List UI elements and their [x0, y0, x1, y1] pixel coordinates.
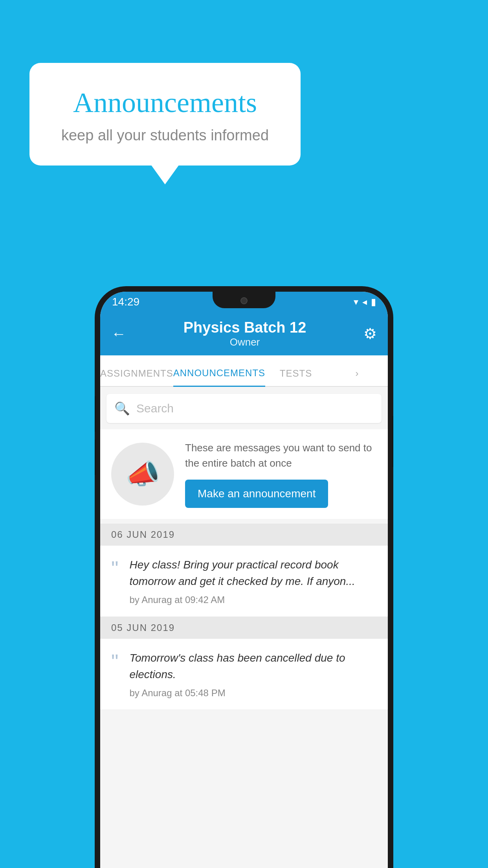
announcement-message-1: Hey class! Bring your practical record b… — [129, 557, 377, 590]
phone-notch — [213, 292, 275, 308]
camera-dot — [240, 297, 248, 304]
announcement-text-1: Hey class! Bring your practical record b… — [129, 557, 377, 605]
announcement-message-2: Tomorrow's class has been cancelled due … — [129, 650, 377, 683]
wifi-icon: ▾ — [354, 296, 358, 307]
signal-icon: ◂ — [362, 296, 367, 307]
batch-title: Physics Batch 12 — [183, 319, 306, 336]
quote-icon-1: " — [111, 558, 118, 579]
tab-tests[interactable]: TESTS — [265, 368, 327, 386]
announcement-text-2: Tomorrow's class has been cancelled due … — [129, 650, 377, 699]
status-time: 14:29 — [112, 296, 139, 308]
announcement-by-1: by Anurag at 09:42 AM — [129, 594, 377, 605]
volume-up-button — [95, 396, 95, 432]
date-section-2: 05 JUN 2019 — [100, 617, 388, 639]
phone-frame: 14:29 ▾ ◂ ▮ ← Physics Batch 12 Owner ⚙ A… — [95, 286, 393, 868]
promo-icon-circle: 📣 — [111, 443, 174, 506]
make-announcement-button[interactable]: Make an announcement — [185, 480, 328, 508]
promo-right: These are messages you want to send to t… — [185, 440, 377, 508]
search-icon: 🔍 — [114, 401, 130, 416]
announcement-by-2: by Anurag at 05:48 PM — [129, 688, 377, 699]
promo-block: 📣 These are messages you want to send to… — [100, 429, 388, 519]
search-placeholder: Search — [136, 402, 174, 415]
tabs-bar: ASSIGNMENTS ANNOUNCEMENTS TESTS › — [100, 355, 388, 387]
settings-button[interactable]: ⚙ — [363, 325, 377, 342]
promo-description: These are messages you want to send to t… — [185, 440, 377, 471]
bubble-subtitle: keep all your students informed — [49, 127, 281, 144]
bubble-title: Announcements — [49, 86, 281, 119]
speech-bubble: Announcements keep all your students inf… — [29, 63, 301, 166]
announcement-item-1[interactable]: " Hey class! Bring your practical record… — [100, 546, 388, 617]
content-area: 🔍 Search 📣 These are messages you want t… — [100, 388, 388, 868]
announcement-item-2[interactable]: " Tomorrow's class has been cancelled du… — [100, 639, 388, 710]
tab-assignments[interactable]: ASSIGNMENTS — [100, 368, 173, 386]
header-subtitle: Owner — [183, 336, 306, 348]
power-button — [393, 416, 393, 467]
header-title-block: Physics Batch 12 Owner — [183, 319, 306, 348]
date-section-1: 06 JUN 2019 — [100, 524, 388, 546]
volume-down-button — [95, 440, 95, 475]
battery-icon: ▮ — [371, 296, 376, 307]
tab-more[interactable]: › — [327, 368, 388, 386]
app-header: ← Physics Batch 12 Owner ⚙ — [100, 312, 388, 355]
quote-icon-2: " — [111, 651, 118, 672]
megaphone-icon: 📣 — [126, 458, 160, 490]
status-icons: ▾ ◂ ▮ — [354, 296, 376, 307]
search-bar[interactable]: 🔍 Search — [106, 394, 382, 423]
back-button[interactable]: ← — [111, 326, 126, 342]
tab-announcements[interactable]: ANNOUNCEMENTS — [173, 368, 265, 387]
